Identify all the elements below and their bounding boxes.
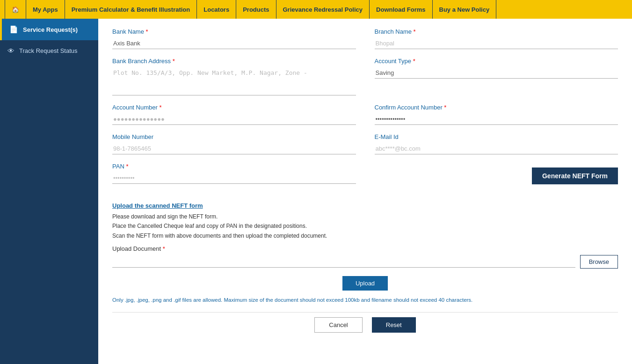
confirm-account-number-label: Confirm Account Number * [375, 104, 618, 111]
bank-branch-address-group: Bank Branch Address * [112, 58, 356, 95]
generate-btn-row: Generate NEFT Form [532, 163, 618, 184]
account-number-group: Account Number * [112, 104, 356, 125]
mobile-number-input[interactable] [112, 143, 356, 154]
upload-doc-label: Upload Document * [112, 245, 618, 252]
upload-file-input[interactable] [112, 256, 575, 268]
account-type-group: Account Type * [375, 58, 618, 95]
browse-button[interactable]: Browse [580, 255, 618, 269]
main-content: Bank Name * Branch Name * Bank Branch Ad… [98, 19, 632, 364]
confirm-account-number-group: Confirm Account Number * [375, 104, 618, 125]
form-row-4: Mobile Number E-Mail Id [112, 133, 618, 154]
email-group: E-Mail Id [375, 133, 618, 154]
email-label: E-Mail Id [375, 133, 618, 140]
upload-section: Upload the scanned NEFT form Please down… [112, 202, 618, 303]
home-icon: 🏠 [12, 6, 19, 13]
form-row-3: Account Number * Confirm Account Number … [112, 104, 618, 125]
nav-my-apps[interactable]: My Apps [26, 0, 65, 19]
document-icon: 📄 [9, 25, 18, 34]
form-row-1: Bank Name * Branch Name * [112, 28, 618, 49]
nav-download-forms[interactable]: Download Forms [370, 0, 432, 19]
sidebar: 📄 Service Request(s) 👁 Track Request Sta… [0, 19, 98, 364]
upload-button[interactable]: Upload [342, 276, 388, 291]
home-link[interactable]: 🏠 [5, 0, 26, 19]
mobile-number-group: Mobile Number [112, 133, 356, 154]
sidebar-track-status-label: Track Request Status [19, 47, 78, 54]
pan-group: PAN * [112, 163, 356, 194]
required-star-8: * [163, 245, 165, 252]
pan-label: PAN * [112, 163, 356, 170]
upload-title[interactable]: Upload the scanned NEFT form [112, 202, 618, 209]
required-star-6: * [444, 104, 446, 111]
form-row-2: Bank Branch Address * Account Type * [112, 58, 618, 95]
branch-name-group: Branch Name * [375, 28, 618, 49]
sidebar-item-track-status[interactable]: 👁 Track Request Status [0, 40, 98, 61]
nav-products[interactable]: Products [236, 0, 276, 19]
pan-input[interactable] [112, 173, 356, 184]
account-number-label: Account Number * [112, 104, 356, 111]
nav-locators[interactable]: Locators [197, 0, 236, 19]
form-row-5: PAN * Generate NEFT Form [112, 163, 618, 194]
eye-icon: 👁 [7, 47, 15, 55]
nav-premium-calc[interactable]: Premium Calculator & Benefit Illustratio… [65, 0, 197, 19]
upload-desc: Please download and sign the NEFT form. … [112, 212, 618, 240]
bank-branch-address-label: Bank Branch Address * [112, 58, 356, 65]
required-star-5: * [159, 104, 161, 111]
bank-name-input[interactable] [112, 38, 356, 49]
sidebar-service-requests-label: Service Request(s) [23, 26, 78, 33]
branch-name-label: Branch Name * [375, 28, 618, 35]
email-input[interactable] [375, 143, 618, 154]
branch-name-input[interactable] [375, 38, 618, 49]
account-number-input[interactable] [112, 114, 356, 125]
required-star-2: * [414, 28, 416, 35]
sidebar-item-service-requests[interactable]: 📄 Service Request(s) [0, 19, 98, 40]
required-star-3: * [173, 58, 175, 65]
upload-row: Browse [112, 255, 618, 269]
bank-name-group: Bank Name * [112, 28, 356, 49]
action-row: Cancel Reset [112, 312, 618, 333]
reset-button[interactable]: Reset [372, 317, 416, 333]
account-type-label: Account Type * [375, 58, 618, 65]
cancel-button[interactable]: Cancel [314, 317, 362, 333]
top-nav: 🏠 My Apps Premium Calculator & Benefit I… [0, 0, 632, 19]
required-star-7: * [126, 163, 128, 170]
bank-branch-address-input[interactable] [112, 67, 356, 95]
nav-buy-policy[interactable]: Buy a New Policy [433, 0, 497, 19]
generate-btn-group: Generate NEFT Form [375, 163, 618, 194]
generate-neft-button[interactable]: Generate NEFT Form [532, 167, 618, 184]
mobile-number-label: Mobile Number [112, 133, 356, 140]
required-star-1: * [146, 28, 148, 35]
bank-name-label: Bank Name * [112, 28, 356, 35]
required-star-4: * [413, 58, 415, 65]
nav-grievance[interactable]: Grievance Redressal Policy [276, 0, 370, 19]
account-type-input[interactable] [375, 67, 618, 79]
confirm-account-number-input[interactable] [375, 114, 618, 125]
file-note: Only .jpg, .jpeg, .png and .gif files ar… [112, 297, 618, 303]
